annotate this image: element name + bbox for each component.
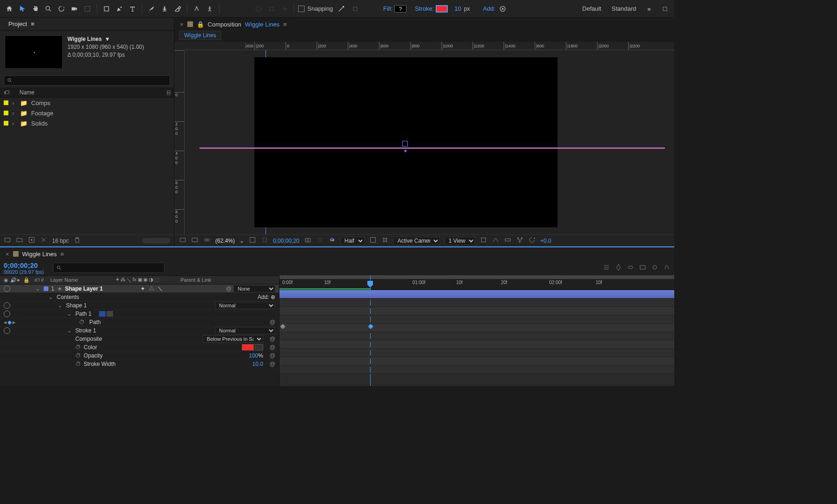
composite-row[interactable]: Composite Below Previous in Sa @ [0,335,279,343]
zoom-value[interactable]: (62.4%) [215,238,235,244]
time-ruler[interactable]: 0:00f 10f 01:00f 10f 20f 02:00f 10f [279,275,674,290]
current-time[interactable]: 0;00;00;20 [273,238,299,244]
blend-mode-select[interactable]: Normal [215,327,275,334]
reset-exposure-icon[interactable] [528,236,536,245]
composite-select[interactable]: Below Previous in Sa [203,335,263,343]
stroke-swatch[interactable] [436,5,448,13]
visibility-toggle[interactable] [4,302,10,309]
label-column-icon[interactable]: 🏷 [34,277,41,283]
timeline-search-input[interactable] [53,263,165,273]
resolution-icon[interactable] [249,236,256,245]
comp-mini-flowchart-icon[interactable] [603,264,610,272]
delete-icon[interactable] [73,236,81,245]
pan-behind-tool-icon[interactable] [82,3,93,14]
type-tool-icon[interactable] [127,3,138,14]
roi-icon[interactable] [261,236,268,245]
project-settings-icon[interactable] [40,236,47,245]
expression-pickwhip-icon[interactable]: @ [270,336,275,342]
color-row[interactable]: ⏱ Color @ [0,343,279,351]
motion-blur-icon[interactable] [651,264,658,272]
index-column[interactable]: # [41,277,50,283]
layer-row[interactable]: ⌄ 1 ★ Shape Layer 1 ✦⁂＼ @ None [0,285,279,293]
audio-column-icon[interactable]: 🔊 [10,277,17,283]
expand-icon[interactable]: ⌄ [35,285,41,292]
exposure-value[interactable]: +0.0 [540,238,551,244]
visibility-toggle[interactable] [4,311,10,317]
visibility-toggle[interactable] [4,285,10,292]
parent-pickwhip-icon[interactable]: @ [226,285,232,292]
comp-dropdown-icon[interactable]: ▼ [105,35,110,43]
stopwatch-icon[interactable]: ⏱ [75,352,81,359]
timeline-icon[interactable] [504,236,512,245]
layer-track[interactable] [279,290,674,298]
stopwatch-icon[interactable]: ⏱ [75,361,81,367]
shape-line[interactable] [199,148,665,149]
rectangle-tool-icon[interactable] [101,3,112,14]
camera-select[interactable]: Active Camera [393,237,440,245]
show-channel-icon[interactable] [328,236,336,245]
expression-pickwhip-icon[interactable]: @ [270,352,275,359]
path1-row[interactable]: ⌄ Path 1 [0,310,279,318]
workspace-standard[interactable]: Standard [611,5,636,12]
snap-edges-icon[interactable] [336,3,347,14]
views-select[interactable]: 1 View [445,237,475,245]
mesh-tool-icon[interactable] [253,3,264,14]
keyframe-nav[interactable]: ◂◆▸ [4,319,22,325]
color-swatch[interactable] [242,344,254,351]
parent-select[interactable]: None [233,285,275,292]
mesh-tool2-icon[interactable] [266,3,277,14]
tag-column-icon[interactable]: 🏷 [4,89,10,96]
flowchart-view-icon[interactable] [516,236,524,245]
shy-layers-icon[interactable] [627,264,634,272]
add-property-icon[interactable]: ⊕ [271,294,275,300]
orbit-tool-icon[interactable] [56,3,67,14]
zoom-tool-icon[interactable] [43,3,54,14]
folder-comps[interactable]: ›📁Comps [0,98,174,108]
puppet-tool-icon[interactable] [204,3,215,14]
keyframe-active[interactable] [368,324,373,329]
path-keyframe-track[interactable] [279,324,674,332]
more-workspaces-icon[interactable]: » [644,3,655,14]
graph-editor-icon[interactable] [663,264,671,272]
fast-previews-icon[interactable] [492,236,499,245]
resolution-select[interactable]: Half [340,237,365,245]
frame-blend-icon[interactable] [639,264,646,272]
parent-column[interactable]: Parent & Link [180,277,275,283]
path-direction-icons[interactable] [99,311,113,317]
clone-stamp-tool-icon[interactable] [159,3,170,14]
current-timecode[interactable]: 0;00;00;20 [4,261,44,269]
folder-footage[interactable]: ›📁Footage [0,108,174,118]
brush-tool-icon[interactable] [146,3,157,14]
panel-menu-icon[interactable]: ≡ [283,21,287,28]
layer-bar[interactable] [279,290,674,298]
hand-tool-icon[interactable] [30,3,41,14]
comp-breadcrumb[interactable]: Wiggle Lines [179,31,221,40]
new-comp-icon[interactable] [28,236,35,245]
draft-3d-icon[interactable] [615,264,622,272]
fill-swatch[interactable]: ? [394,5,406,13]
snapshot-icon[interactable] [304,236,312,245]
anchor-point-handle[interactable] [402,141,408,146]
anchor-point-icon[interactable]: ✦ [403,148,408,154]
stopwatch-icon[interactable]: ⏱ [75,344,81,351]
zoom-chevron-icon[interactable]: ⌄ [239,238,244,244]
expression-pickwhip-icon[interactable]: @ [270,344,275,351]
comp-thumbnail[interactable] [5,35,63,69]
project-panel-tab[interactable]: Project ≡ [0,18,174,31]
bpc-label[interactable]: 16 bpc [52,238,69,244]
new-folder-icon[interactable] [16,236,23,245]
panel-menu-icon[interactable]: ≡ [31,20,34,27]
add-menu-icon[interactable] [497,3,508,14]
expression-pickwhip-icon[interactable]: @ [270,361,275,367]
layername-column[interactable]: Layer Name [50,277,115,283]
name-column[interactable]: Name [20,89,34,96]
opacity-row[interactable]: ⏱ Opacity 100% @ [0,351,279,360]
eyedropper-icon[interactable] [255,344,263,351]
work-area-bar[interactable] [279,275,674,279]
viewport[interactable]: |400 |200 0 |200 |400 |600 |800 |1000 |1… [174,42,674,234]
stroke-width-value[interactable]: 10 [454,5,461,12]
eraser-tool-icon[interactable] [172,3,183,14]
channel-icon[interactable] [316,236,324,245]
lock-column-icon[interactable]: 🔒 [23,277,30,283]
search-help-icon[interactable] [659,3,671,14]
